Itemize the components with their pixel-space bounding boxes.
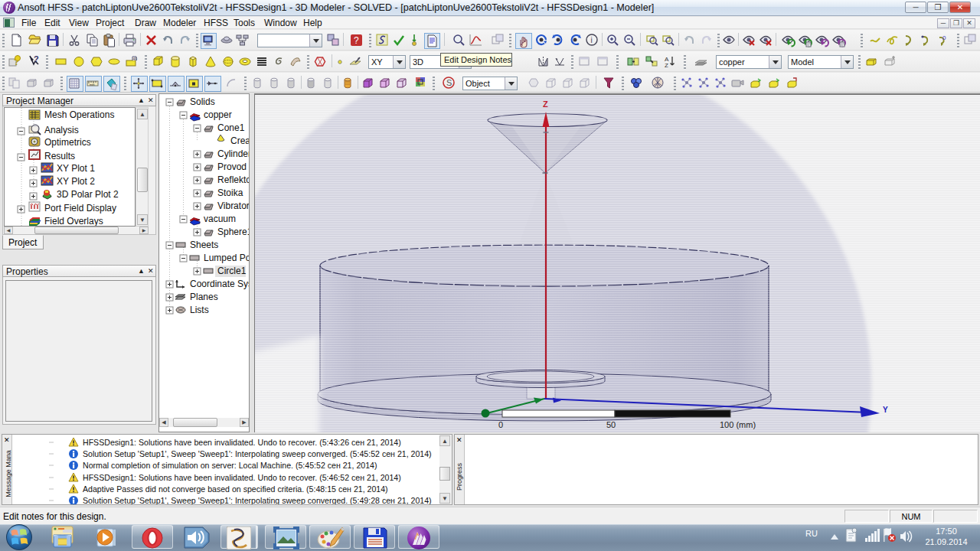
svg-text:?: ? bbox=[354, 35, 359, 46]
svg-text:Coordinate Sys: Coordinate Sys bbox=[190, 279, 249, 289]
svg-text:Lists: Lists bbox=[190, 305, 209, 315]
svg-text:Sphere1: Sphere1 bbox=[217, 227, 249, 237]
svg-text:Planes: Planes bbox=[190, 292, 218, 302]
svg-text:Vibrator: Vibrator bbox=[217, 201, 249, 211]
svg-text:Field Overlays: Field Overlays bbox=[44, 216, 103, 227]
svg-text:Z: Z bbox=[543, 99, 548, 109]
svg-text:0: 0 bbox=[942, 34, 946, 41]
svg-text:40: 40 bbox=[133, 57, 138, 61]
svg-text:50: 50 bbox=[606, 420, 616, 429]
svg-text:Provod: Provod bbox=[217, 161, 247, 172]
svg-text:Z: Z bbox=[665, 62, 668, 69]
svg-text:mm: mm bbox=[90, 83, 95, 86]
svg-text:Solution Setup 'Setup1', Sweep: Solution Setup 'Setup1', Sweep 'Sweep1':… bbox=[83, 496, 432, 504]
svg-text:Sheets: Sheets bbox=[190, 240, 218, 250]
svg-text:XY Plot 2: XY Plot 2 bbox=[57, 176, 95, 187]
svg-text:?: ? bbox=[34, 54, 39, 64]
svg-text:Adaptive Passes did not conver: Adaptive Passes did not converge based o… bbox=[83, 484, 388, 494]
svg-text:S: S bbox=[446, 78, 452, 87]
svg-text:Optimetrics: Optimetrics bbox=[44, 137, 91, 148]
svg-text:Solids: Solids bbox=[190, 96, 215, 107]
svg-text:Lumped Po: Lumped Po bbox=[204, 253, 249, 263]
svg-text:Results: Results bbox=[44, 151, 75, 161]
svg-text:Y: Y bbox=[883, 406, 888, 414]
svg-text:copper: copper bbox=[204, 109, 232, 120]
svg-text:100 (mm): 100 (mm) bbox=[720, 420, 756, 429]
svg-text:Circle1: Circle1 bbox=[217, 266, 247, 276]
svg-text:HFSSDesign1: Solutions have be: HFSSDesign1: Solutions have been invalid… bbox=[83, 473, 401, 482]
svg-text:XY Plot 1: XY Plot 1 bbox=[57, 163, 95, 174]
svg-text:Crea: Crea bbox=[230, 135, 249, 146]
svg-text:Cylinder: Cylinder bbox=[217, 148, 249, 159]
svg-text:Cone1: Cone1 bbox=[217, 122, 245, 133]
svg-text:Port Field Display: Port Field Display bbox=[44, 203, 116, 214]
svg-text:Mesh Operations: Mesh Operations bbox=[44, 109, 114, 120]
svg-text:Reflekto: Reflekto bbox=[217, 174, 249, 185]
svg-text:3D Polar Plot 2: 3D Polar Plot 2 bbox=[57, 189, 119, 200]
svg-text:Solution Setup 'Setup1', Sweep: Solution Setup 'Setup1', Sweep 'Sweep1':… bbox=[83, 449, 432, 458]
svg-text:Normal completion of simulatio: Normal completion of simulation on serve… bbox=[83, 461, 377, 470]
svg-text:i: i bbox=[591, 36, 593, 44]
svg-text:vacuum: vacuum bbox=[204, 214, 236, 224]
svg-text:HFSSDesign1: Solutions have be: HFSSDesign1: Solutions have been invalid… bbox=[83, 438, 401, 447]
svg-text:0: 0 bbox=[498, 420, 503, 429]
svg-text:Stoika: Stoika bbox=[217, 187, 243, 198]
svg-text:Analysis: Analysis bbox=[44, 125, 79, 135]
